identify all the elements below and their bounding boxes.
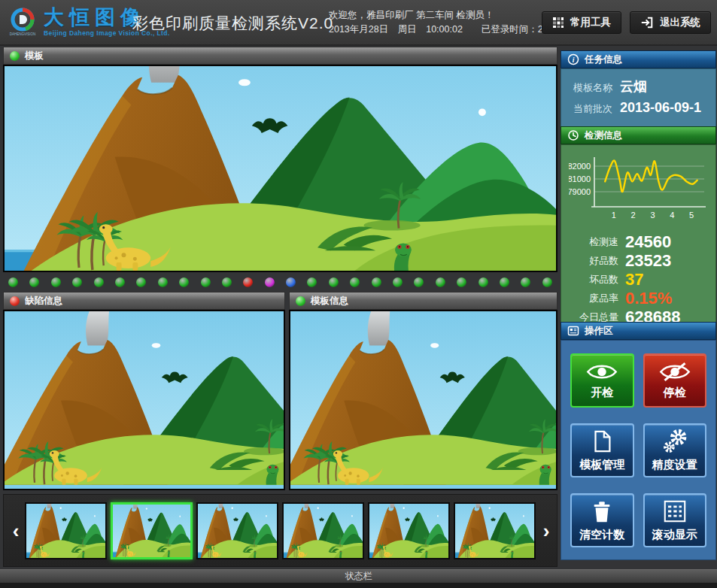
filmstrip-thumbnail[interactable] xyxy=(282,502,364,559)
task-info-panel: i 任务信息 模板名称 云烟 当前批次 2013-06-09-1 xyxy=(561,50,716,129)
stat-value: 23523 xyxy=(625,251,671,271)
eye-off-icon xyxy=(659,362,691,382)
filmstrip-thumbnail[interactable] xyxy=(368,502,450,559)
detection-info-panel: 检测信息 82000810007900012345 检测速24560好品数235… xyxy=(561,126,716,335)
status-dot xyxy=(158,277,168,287)
filmstrip-next-button[interactable]: › xyxy=(539,519,554,543)
status-dot xyxy=(51,277,61,287)
status-dot xyxy=(542,277,552,287)
svg-text:82000: 82000 xyxy=(569,162,591,171)
stat-label: 检测速 xyxy=(561,235,618,249)
stat-row: 废品率0.15% xyxy=(561,289,715,308)
precision-settings-button[interactable]: 精度设置 xyxy=(643,423,707,477)
filmstrip-thumbnails xyxy=(25,502,536,559)
exit-system-label: 退出系统 xyxy=(660,16,700,29)
operations-header: 操作区 xyxy=(561,322,716,340)
history-clock-icon xyxy=(567,129,579,141)
page-title: 彩色印刷质量检测系统V2.0 xyxy=(132,13,333,34)
template-panel-header: 模板 xyxy=(3,47,557,65)
defect-image[interactable] xyxy=(3,310,285,490)
welcome-block: 欢迎您，雅昌印刷厂 第二车间 检测员！ 2013年月28日 周日 10:00:0… xyxy=(329,8,573,37)
chart-line xyxy=(605,161,697,192)
svg-text:i: i xyxy=(573,56,575,64)
precision-settings-label: 精度设置 xyxy=(652,458,697,472)
stat-label: 好品数 xyxy=(561,254,618,268)
filmstrip: ‹ › xyxy=(3,494,557,567)
status-dot xyxy=(222,277,232,287)
svg-text:1: 1 xyxy=(612,211,616,220)
task-label: 当前批次 xyxy=(573,102,612,116)
status-dot xyxy=(329,277,339,287)
green-status-led-icon xyxy=(10,51,20,61)
operations-title: 操作区 xyxy=(585,325,613,338)
svg-text:2: 2 xyxy=(631,211,636,220)
stop-inspection-button[interactable]: 停检 xyxy=(643,353,707,408)
status-dot xyxy=(72,277,82,287)
template-manage-button[interactable]: 模板管理 xyxy=(570,423,634,477)
exit-icon xyxy=(640,16,654,29)
eye-icon xyxy=(586,362,618,382)
defect-panel: 缺陷信息 xyxy=(3,292,285,490)
filmstrip-thumbnail[interactable] xyxy=(196,502,278,559)
exit-system-button[interactable]: 退出系统 xyxy=(630,11,711,34)
stat-label: 废品率 xyxy=(561,292,618,305)
defect-panel-title: 缺陷信息 xyxy=(25,295,62,308)
template-manage-label: 模板管理 xyxy=(579,458,624,472)
stat-label: 坏品数 xyxy=(561,273,618,286)
status-dot xyxy=(94,277,104,287)
control-card-icon xyxy=(567,325,579,337)
template-image[interactable] xyxy=(3,65,557,272)
stat-value: 37 xyxy=(625,270,643,289)
detection-chart: 82000810007900012345 xyxy=(569,151,715,229)
svg-text:79000: 79000 xyxy=(569,187,591,196)
stat-row: 检测速24560 xyxy=(561,232,715,251)
template-panel: 模板 xyxy=(3,47,557,272)
clear-count-label: 清空计数 xyxy=(579,528,624,542)
status-bar-text: 状态栏 xyxy=(345,570,372,583)
filmstrip-thumbnail[interactable] xyxy=(25,502,107,559)
detection-stats: 检测速24560好品数23523坏品数37废品率0.15%今日总量628688 xyxy=(561,232,715,326)
status-dot xyxy=(136,277,146,287)
scroll-display-button[interactable]: 滚动显示 xyxy=(643,493,707,547)
logo-caption: DAHENGVISION xyxy=(10,32,36,36)
gears-icon xyxy=(662,429,688,454)
status-dot xyxy=(115,277,125,287)
status-dot xyxy=(479,277,488,287)
svg-text:3: 3 xyxy=(650,211,655,220)
start-inspection-label: 开检 xyxy=(591,386,613,400)
app-header: DAHENGVISION 大恒图像 Beijing Daheng Image V… xyxy=(0,0,717,46)
stat-row: 好品数23523 xyxy=(561,251,715,270)
status-dot xyxy=(372,277,381,287)
task-value: 2013-06-09-1 xyxy=(620,100,701,116)
status-dot xyxy=(521,277,530,287)
status-dot xyxy=(500,277,509,287)
operations-panel: 操作区 开检 停检 模板管理 xyxy=(561,322,716,560)
template-info-image[interactable] xyxy=(289,310,557,490)
detection-info-header: 检测信息 xyxy=(561,126,716,144)
status-bar-base xyxy=(0,583,717,588)
status-dot xyxy=(350,277,360,287)
filmstrip-thumbnail[interactable] xyxy=(454,502,536,559)
status-dot xyxy=(243,277,253,287)
template-info-panel-title: 模板信息 xyxy=(311,295,348,308)
status-dot xyxy=(457,277,466,287)
status-dot xyxy=(29,277,39,287)
status-dot xyxy=(286,277,296,287)
scroll-grid-icon xyxy=(662,499,688,524)
start-inspection-button[interactable]: 开检 xyxy=(570,353,634,408)
status-dot xyxy=(201,277,211,287)
trash-icon xyxy=(589,499,615,524)
filmstrip-thumbnail[interactable] xyxy=(111,502,193,559)
green-status-led-icon xyxy=(296,296,305,306)
status-bar: 状态栏 xyxy=(0,569,717,583)
stat-value: 0.15% xyxy=(625,289,672,308)
stat-value: 24560 xyxy=(625,232,671,252)
task-row-batch: 当前批次 2013-06-09-1 xyxy=(573,100,715,116)
common-tools-button[interactable]: 常用工具 xyxy=(542,11,621,34)
task-label: 模板名称 xyxy=(573,81,612,95)
filmstrip-prev-button[interactable]: ‹ xyxy=(8,519,23,543)
stat-row: 坏品数37 xyxy=(561,270,715,289)
status-dots-row xyxy=(3,275,557,289)
scroll-display-label: 滚动显示 xyxy=(652,528,697,542)
clear-count-button[interactable]: 清空计数 xyxy=(570,493,634,547)
